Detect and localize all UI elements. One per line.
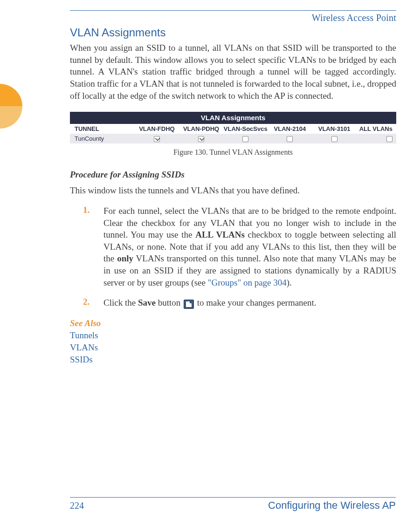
procedure-steps: 1. For each tunnel, select the VLANs tha… <box>83 205 396 309</box>
page: Wireless Access Point VLAN Assignments W… <box>0 0 420 519</box>
cell-tunnel-name: TunCounty <box>70 134 135 143</box>
procedure-lead: This window lists the tunnels and VLANs … <box>70 184 396 197</box>
see-also-link-ssids[interactable]: SSIDs <box>70 354 396 366</box>
cell-check-4[interactable] <box>268 134 312 143</box>
col-header-vlan2: VLAN-PDHQ <box>179 124 223 134</box>
see-also-link-tunnels[interactable]: Tunnels <box>70 329 396 341</box>
section-heading: VLAN Assignments <box>70 26 396 39</box>
col-header-vlan5: VLAN-3101 <box>312 124 356 134</box>
running-header: Wireless Access Point <box>70 13 396 23</box>
checkbox-icon <box>242 136 248 142</box>
footer-title: Configuring the Wireless AP <box>268 499 396 512</box>
header-rule <box>70 10 396 11</box>
step-text: For each tunnel, select the VLANs that a… <box>103 205 396 288</box>
section-intro: When you assign an SSID to a tunnel, all… <box>70 42 396 102</box>
figure-caption: Figure 130. Tunnel VLAN Assignments <box>70 148 396 157</box>
figure-panel-title: VLAN Assignments <box>70 112 396 124</box>
footer: 224 Configuring the Wireless AP <box>70 499 396 512</box>
text: Click the <box>103 298 138 307</box>
checkbox-icon <box>331 136 337 142</box>
col-header-vlan1: VLAN-FDHQ <box>135 124 179 134</box>
text: button <box>156 298 183 307</box>
save-icon <box>184 300 194 309</box>
see-also-heading: See Also <box>70 318 396 328</box>
checkbox-icon <box>198 136 204 142</box>
step-1: 1. For each tunnel, select the VLANs tha… <box>83 205 396 288</box>
step-text: Click the Save button to make your chang… <box>103 297 317 309</box>
cell-check-2[interactable] <box>179 134 223 143</box>
content-area: Wireless Access Point VLAN Assignments W… <box>70 10 396 365</box>
col-header-tunnel: TUNNEL <box>70 124 135 134</box>
step-2: 2. Click the Save button to make your ch… <box>83 297 396 309</box>
col-header-vlan3: VLAN-SocSvcs <box>223 124 268 134</box>
footer-rule <box>70 497 396 498</box>
col-header-vlan4: VLAN-2104 <box>268 124 312 134</box>
page-number: 224 <box>70 500 84 511</box>
cell-check-all[interactable] <box>357 134 396 143</box>
text: to make your changes permanent. <box>195 298 317 307</box>
cell-check-1[interactable] <box>135 134 179 143</box>
bold-text: only <box>117 253 133 263</box>
cell-check-3[interactable] <box>223 134 268 143</box>
table-row: TunCounty <box>70 134 396 143</box>
bold-text: ALL VLANs <box>195 230 245 239</box>
see-also-link-vlans[interactable]: VLANs <box>70 341 396 354</box>
procedure-heading: Procedure for Assigning SSIDs <box>70 170 396 180</box>
step-number: 2. <box>83 297 92 309</box>
checkbox-icon <box>386 136 392 142</box>
checkbox-icon <box>154 136 160 142</box>
figure-vlan-assignments: VLAN Assignments TUNNEL VLAN-FDHQ VLAN-P… <box>70 112 396 143</box>
text: ). <box>287 278 292 287</box>
cross-reference-link[interactable]: "Groups" on page 304 <box>208 278 287 287</box>
col-header-allvlans: ALL VLANs <box>357 124 396 134</box>
checkbox-icon <box>287 136 293 142</box>
step-number: 1. <box>83 205 92 288</box>
thumb-tab <box>0 84 22 129</box>
table-header-row: TUNNEL VLAN-FDHQ VLAN-PDHQ VLAN-SocSvcs … <box>70 124 396 134</box>
bold-text: Save <box>138 298 156 307</box>
cell-check-5[interactable] <box>312 134 356 143</box>
